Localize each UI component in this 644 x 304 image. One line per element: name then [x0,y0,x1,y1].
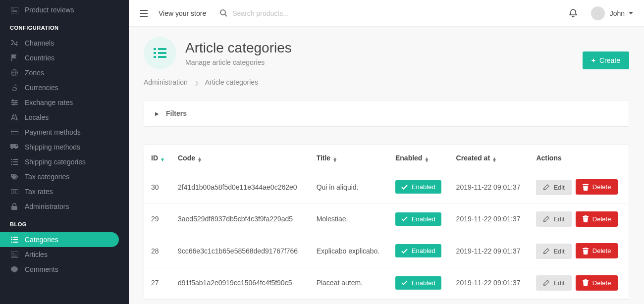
sidebar-item-comments[interactable]: Comments [0,262,129,277]
sidebar-item-tax-rates[interactable]: Tax rates [0,184,129,199]
cell-enabled: Enabled [389,235,450,267]
delete-button[interactable]: Delete [576,211,618,227]
sidebar-item-label: Tax rates [25,188,53,196]
page-title: Article categories [185,40,292,56]
credit-card-icon [10,130,19,135]
sidebar-item-articles[interactable]: Articles [0,247,129,262]
breadcrumb-current: Article categories [205,78,258,86]
pencil-icon [543,216,549,222]
cell-code: 9cc66e3c1c1b65e58568ded91767f766 [172,235,311,267]
sidebar: Product reviews CONFIGURATION Channels C… [0,0,129,304]
edit-button[interactable]: Edit [536,275,571,291]
user-menu[interactable]: ⋯ John [591,6,633,20]
svg-rect-42 [158,52,166,54]
tags-icon [10,174,19,180]
col-enabled[interactable]: Enabled▲▼ [389,145,450,171]
sidebar-item-label: Exchange rates [25,99,73,106]
cell-enabled: Enabled [389,203,450,235]
svg-rect-25 [11,242,12,243]
cell-created-at: 2019-11-22 09:01:37 [450,171,531,203]
sidebar-item-label: Shipping categories [25,158,86,166]
enabled-badge: Enabled [395,244,441,257]
categories-table: ID▼ Code▲▼ Title▲▼ Enabled▲▼ Created at▲… [144,145,629,299]
avatar: ⋯ [591,6,605,20]
page-subtitle: Manage article categories [185,58,292,66]
search-input[interactable] [232,9,381,17]
trash-icon [583,248,589,254]
sidebar-item-categories[interactable]: Categories [0,232,119,247]
view-store-link[interactable]: View your store [159,9,206,17]
pencil-icon [543,248,549,254]
svg-point-11 [15,102,17,103]
table-row: 302f41d1b00a58f5d0e11e344ae0c262e0Qui in… [144,171,629,203]
sidebar-item-shipping-categories[interactable]: Shipping categories [0,154,129,169]
filters-toggle[interactable]: ▶ Filters [144,100,629,127]
svg-rect-41 [158,48,166,50]
col-code[interactable]: Code▲▼ [172,145,311,171]
cell-title: Molestiae. [311,203,389,235]
edit-button[interactable]: Edit [536,180,571,195]
table-row: 293aed529df8937db5cbf4c3f9fa229ad5Molest… [144,203,629,235]
hamburger-icon[interactable] [140,10,148,17]
sidebar-item-zones[interactable]: Zones [0,65,129,80]
sidebar-item-currencies[interactable]: Currencies [0,80,129,95]
check-icon [401,249,408,253]
sort-icon: ▲▼ [492,157,497,162]
sort-icon: ▲▼ [332,157,337,162]
cell-code: d91f5ab1a2e0919cc15064fc4f5f90c5 [172,267,311,299]
list-icon [10,237,19,243]
delete-button[interactable]: Delete [576,275,618,291]
breadcrumb-root[interactable]: Administration [144,78,188,86]
col-title[interactable]: Title▲▼ [311,145,389,171]
sidebar-item-administrators[interactable]: Administrators [0,199,129,214]
sidebar-item-label: Shipping methods [25,143,80,151]
pencil-icon [543,184,549,191]
sidebar-item-exchange-rates[interactable]: Exchange rates [0,95,129,110]
cell-code: 2f41d1b00a58f5d0e11e344ae0c262e0 [172,171,311,203]
svg-point-22 [13,191,16,193]
sidebar-item-product-reviews[interactable]: Product reviews [0,2,129,17]
notifications-icon[interactable] [569,9,577,17]
flag-icon [10,54,19,61]
cell-actions: EditDelete [530,171,629,203]
svg-rect-20 [13,164,18,165]
sidebar-item-countries[interactable]: Countries [0,51,129,65]
sidebar-item-label: Payment methods [25,128,81,136]
sidebar-item-shipping-methods[interactable]: Shipping methods [0,140,129,154]
create-button[interactable]: + Create [583,51,629,69]
sidebar-item-payment-methods[interactable]: Payment methods [0,125,129,140]
sort-icon: ▲▼ [424,157,429,162]
sidebar-item-locales[interactable]: Locales [0,110,129,125]
delete-button[interactable]: Delete [576,243,618,258]
edit-button[interactable]: Edit [536,211,571,227]
svg-point-36 [220,10,225,15]
sidebar-item-tax-categories[interactable]: Tax categories [0,169,129,184]
col-id[interactable]: ID▼ [144,145,172,171]
sidebar-item-label: Channels [25,39,54,47]
delete-button[interactable]: Delete [576,179,618,195]
cell-id: 30 [144,171,172,203]
check-icon [401,216,408,221]
col-created-at[interactable]: Created at▲▼ [450,145,531,171]
sidebar-item-channels[interactable]: Channels [0,36,129,51]
list-icon [10,159,19,165]
edit-button[interactable]: Edit [536,244,571,259]
pencil-icon [543,280,549,286]
sidebar-item-label: Currencies [25,84,58,92]
sidebar-item-label: Tax categories [25,173,69,181]
breadcrumb: Administration ❯ Article categories [144,78,629,86]
trash-icon [583,279,589,286]
svg-rect-15 [11,159,12,160]
table-row: 27d91f5ab1a2e0919cc15064fc4f5f90c5Placea… [144,267,629,299]
enabled-badge: Enabled [395,276,441,290]
dollar-icon [10,84,19,91]
cell-actions: EditDelete [530,235,629,267]
cell-enabled: Enabled [389,267,450,299]
sidebar-item-label: Comments [25,265,58,273]
plus-icon: + [591,56,595,64]
cell-created-at: 2019-11-22 09:01:37 [450,267,531,299]
caret-right-icon: ▶ [155,111,159,116]
svg-rect-16 [11,161,12,162]
enabled-badge: Enabled [395,212,441,226]
sidebar-item-label: Articles [25,251,48,258]
